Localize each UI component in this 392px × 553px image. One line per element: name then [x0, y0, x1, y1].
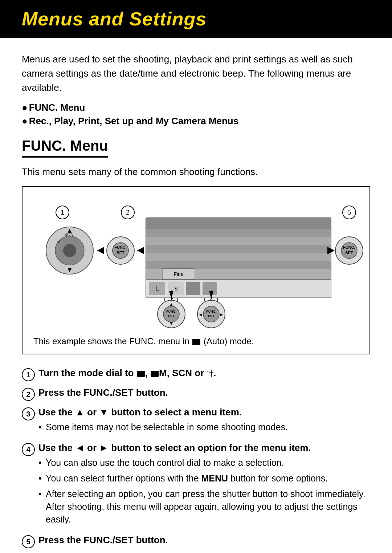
step-4-text: Use the ◄ or ► button to select an optio…: [38, 442, 311, 453]
step-3-text: Use the ▲ or ▼ button to select a menu i…: [38, 407, 242, 418]
svg-text:M: M: [57, 240, 60, 244]
section-desc: This menu sets many of the common shooti…: [22, 166, 370, 178]
bullet-list: FUNC. Menu Rec., Play, Print, Set up and…: [22, 102, 370, 127]
svg-rect-22: [146, 218, 331, 229]
svg-rect-23: [146, 229, 331, 237]
step-4-sub-2: You can select further options with the …: [38, 472, 370, 485]
svg-text:FUNC.: FUNC.: [114, 245, 127, 249]
step-5: 5 Press the FUNC./SET button.: [22, 534, 370, 548]
svg-text:SET: SET: [168, 314, 175, 318]
svg-text:Fine: Fine: [173, 271, 183, 277]
step-1: 1 Turn the mode dial to , M, SCN or '†.: [22, 367, 370, 381]
bullet-item-2: Rec., Play, Print, Set up and My Camera …: [22, 115, 370, 127]
svg-text:L: L: [155, 285, 159, 292]
diagram-box: 1 2 5 3 4 SCN M: [22, 186, 370, 354]
svg-text:2: 2: [126, 209, 130, 216]
camera-icon-inline: [137, 371, 145, 377]
svg-text:▲: ▲: [66, 227, 73, 234]
svg-text:▼: ▼: [169, 320, 174, 326]
svg-text:FUNC.: FUNC.: [166, 310, 176, 313]
step-2-text: Press the FUNC./SET button.: [38, 387, 168, 398]
svg-text:SET: SET: [208, 314, 215, 318]
steps-list: 1 Turn the mode dial to , M, SCN or '†. …: [22, 367, 370, 548]
svg-text:SET: SET: [345, 251, 353, 255]
svg-marker-15: [97, 247, 104, 254]
svg-text:5: 5: [347, 209, 351, 216]
svg-text:S: S: [174, 286, 177, 292]
page-title: Menus and Settings: [22, 8, 370, 30]
step-1-content: Turn the mode dial to , M, SCN or '†.: [38, 367, 370, 379]
step-3-content: Use the ▲ or ▼ button to select a menu i…: [38, 407, 370, 436]
svg-rect-35: [186, 282, 200, 295]
step-5-text: Press the FUNC./SET button.: [38, 534, 168, 545]
step-2: 2 Press the FUNC./SET button.: [22, 387, 370, 401]
svg-rect-26: [146, 253, 331, 261]
diagram-svg: 1 2 5 3 4 SCN M: [33, 198, 359, 331]
svg-text:1: 1: [61, 209, 64, 216]
page-container: Menus and Settings Menus are used to set…: [0, 0, 392, 553]
step-4-sub-bullets: You can also use the touch control dial …: [38, 456, 370, 526]
step-5-content: Press the FUNC./SET button.: [38, 534, 370, 546]
svg-rect-27: [146, 261, 331, 269]
bullet-item-1: FUNC. Menu: [22, 102, 370, 113]
step-2-content: Press the FUNC./SET button.: [38, 387, 370, 398]
step-3-num: 3: [22, 407, 35, 420]
svg-text:▲: ▲: [169, 301, 174, 307]
svg-rect-25: [146, 245, 331, 253]
step-4-sub-3: After selecting an option, you can press…: [38, 488, 370, 526]
step-3: 3 Use the ▲ or ▼ button to select a menu…: [22, 407, 370, 436]
title-banner: Menus and Settings: [0, 0, 392, 38]
section-heading: FUNC. Menu: [22, 138, 108, 158]
step-4-content: Use the ◄ or ► button to select an optio…: [38, 442, 370, 529]
svg-rect-24: [146, 237, 331, 245]
step-3-sub-1: Some items may not be selectable in some…: [38, 421, 370, 434]
step-2-num: 2: [22, 388, 35, 401]
diagram-caption: This example shows the FUNC. menu in (Au…: [33, 336, 359, 346]
svg-text:►: ►: [219, 312, 224, 317]
step-4-num: 4: [22, 443, 35, 456]
svg-marker-20: [137, 247, 144, 254]
svg-text:◄: ◄: [198, 312, 203, 317]
svg-text:▼: ▼: [66, 266, 73, 273]
step-1-text: Turn the mode dial to , M, SCN or '†.: [38, 367, 216, 378]
svg-text:FUNC.: FUNC.: [343, 245, 355, 249]
step-5-num: 5: [22, 535, 35, 548]
step-4: 4 Use the ◄ or ► button to select an opt…: [22, 442, 370, 529]
step-1-num: 1: [22, 368, 35, 381]
svg-text:FUNC.: FUNC.: [206, 310, 216, 313]
svg-point-12: [63, 244, 76, 257]
intro-paragraph: Menus are used to set the shooting, play…: [22, 52, 370, 95]
svg-text:SET: SET: [117, 251, 124, 255]
step-4-sub-1: You can also use the touch control dial …: [38, 456, 370, 469]
step-3-sub-bullets: Some items may not be selectable in some…: [38, 421, 370, 434]
camera-auto-icon: [192, 339, 200, 345]
camera-m-icon: [151, 371, 159, 377]
